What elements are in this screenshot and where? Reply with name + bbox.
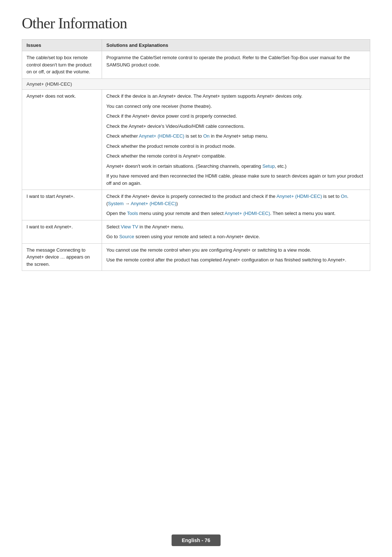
table-row: I want to exit Anynet+. Select View TV i…	[22, 220, 370, 243]
issue-cell: I want to exit Anynet+.	[22, 220, 102, 243]
issue-cell: Anynet+ does not work.	[22, 90, 102, 190]
issues-table: Issues Solutions and Explanations The ca…	[22, 39, 370, 271]
col-issues-header: Issues	[22, 40, 102, 51]
issue-cell: The cable/set top box remote control doe…	[22, 51, 102, 79]
solution-cell: Check if the device is an Anynet+ device…	[102, 90, 370, 190]
issue-cell: The message Connecting to Anynet+ device…	[22, 243, 102, 271]
section-label: Anynet+ (HDMI-CEC)	[22, 78, 370, 90]
solution-cell: Select View TV in the Anynet+ menu.Go to…	[102, 220, 370, 243]
table-row: The message Connecting to Anynet+ device…	[22, 243, 370, 271]
solution-cell: You cannot use the remote control when y…	[102, 243, 370, 271]
footer-page-badge: English - 76	[172, 534, 221, 546]
solution-cell: Programme the Cable/Set remote control t…	[102, 51, 370, 79]
solution-cell: Check if the Anynet+ device is properly …	[102, 190, 370, 220]
page-title: Other Information	[22, 15, 370, 32]
table-row: I want to start Anynet+. Check if the An…	[22, 190, 370, 220]
col-solutions-header: Solutions and Explanations	[102, 40, 370, 51]
section-header-row: Anynet+ (HDMI-CEC)	[22, 78, 370, 90]
table-row: Anynet+ does not work. Check if the devi…	[22, 90, 370, 190]
issue-cell: I want to start Anynet+.	[22, 190, 102, 220]
table-row: The cable/set top box remote control doe…	[22, 51, 370, 79]
